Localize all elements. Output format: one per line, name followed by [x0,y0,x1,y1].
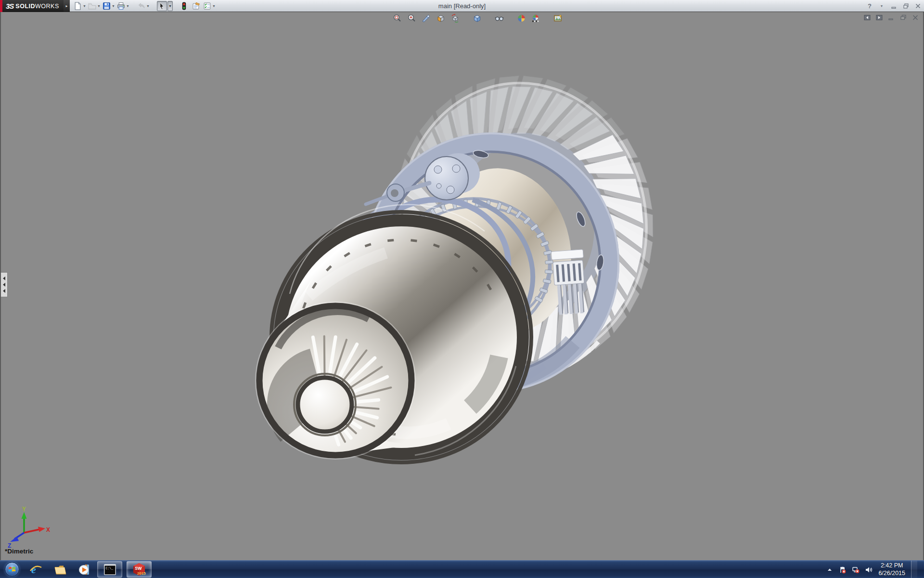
system-tray: 2:42 PM 6/26/2015 [825,561,917,578]
open-document-button[interactable] [88,1,97,11]
show-right-pane-button[interactable] [875,14,883,21]
internet-explorer-icon: e [29,563,42,576]
edit-appearance-button[interactable] [516,13,526,23]
save-icon [103,2,111,10]
folder-icon [54,563,67,576]
new-dropdown[interactable]: ▼ [82,1,87,11]
display-style-button[interactable] [472,13,482,23]
zoom-to-area-button[interactable] [406,13,417,23]
sw-badge: 2015 [137,571,146,576]
command-prompt-icon: C:\_ [103,564,116,576]
windows-taskbar: e C:\_ SW 2015 [0,560,924,578]
minimize-doc-button[interactable] [887,14,895,21]
view-settings-icon [553,14,563,23]
show-hidden-icons-button[interactable] [825,565,834,574]
minimize-button[interactable] [890,2,898,10]
main-toolbar: ▼ ▼ ▼ ▼ ▼ ▼ ▼ [72,0,216,12]
zoom-to-area-icon [407,14,416,23]
dassault-3ds-mark: 3S [6,2,13,10]
options-icon [203,2,211,10]
window-controls: ? ▼ [866,0,922,12]
file-properties-button[interactable] [192,1,201,11]
taskbar-internet-explorer[interactable]: e [27,561,44,578]
print-button[interactable] [116,1,126,11]
help-button[interactable]: ? [866,2,873,10]
section-view-icon [422,14,431,23]
logo-text-solid: SOLID [15,3,35,10]
taskbar-media-player[interactable] [77,561,93,578]
view-orientation-button[interactable] [435,13,446,23]
undo-icon [137,2,145,10]
eyelet-hole [391,189,398,197]
zoom-to-fit-icon [393,14,402,23]
view-settings-button[interactable] [552,13,563,23]
save-button[interactable] [102,1,111,11]
open-dropdown[interactable]: ▼ [97,1,101,11]
new-document-icon [74,2,82,10]
start-button[interactable] [5,562,19,577]
collapse-arrow-icon [3,289,5,293]
apply-scene-button[interactable] [530,13,541,23]
hide-show-items-button[interactable] [494,13,504,23]
taskbar-windows-explorer[interactable] [52,561,68,578]
stoplight-icon [180,2,188,10]
network-status-icon[interactable] [851,565,860,574]
apply-scene-icon [531,14,540,23]
action-center-icon[interactable] [838,565,847,574]
select-dropdown[interactable]: ▼ [167,1,173,11]
triad-x-label: X [46,526,50,533]
show-desktop-button[interactable] [911,561,917,578]
windows-flag-icon [8,565,16,574]
taskbar-solidworks[interactable]: SW 2015 [127,561,152,578]
zoom-to-fit-button[interactable] [392,13,402,23]
section-view-button[interactable] [421,13,431,23]
window-title: main [Read-only] [438,0,486,12]
menu-expand-arrow[interactable]: ▸ [64,0,70,12]
restore-doc-button[interactable] [899,14,907,21]
undo-dropdown[interactable]: ▼ [146,1,150,11]
triad-z-label: Z [8,542,11,548]
taskbar-clock[interactable]: 2:42 PM 6/26/2015 [878,562,905,577]
undo-button[interactable] [137,1,146,11]
view-orientation-icon [436,14,445,23]
reference-triad: Y X Z [4,506,52,548]
print-dropdown[interactable]: ▼ [126,1,130,11]
open-document-icon [88,2,96,10]
restore-button[interactable] [902,2,910,10]
new-document-button[interactable] [73,1,82,11]
options-button[interactable] [203,1,212,11]
document-window-controls [863,14,919,21]
select-tool-button[interactable] [157,1,167,11]
rotate-view-button[interactable] [449,13,460,23]
select-cursor-icon [158,2,166,10]
graphics-viewport[interactable]: Y X Z *Dimetric [0,12,924,560]
jet-engine-model [1,12,924,560]
file-properties-icon [192,2,200,10]
media-player-icon [78,563,91,576]
help-dropdown[interactable]: ▼ [878,2,886,10]
edit-appearance-icon [517,14,526,23]
collapse-arrow-icon [3,283,5,287]
rotate-view-icon [450,14,460,23]
cone-mouth [256,302,415,459]
logo-text-works: WORKS [35,3,59,10]
cmd-label: C:\_ [105,567,113,570]
close-doc-button[interactable] [911,14,919,21]
volume-icon[interactable] [864,565,873,574]
options-dropdown[interactable]: ▼ [212,1,216,11]
close-button[interactable] [914,2,922,10]
print-icon [117,2,125,10]
solidworks-2015-icon: SW 2015 [132,562,146,577]
stoplight-button[interactable] [180,1,189,11]
headsup-view-toolbar [392,13,567,23]
show-left-pane-button[interactable] [863,14,871,21]
save-dropdown[interactable]: ▼ [111,1,116,11]
view-orientation-label: *Dimetric [5,548,33,555]
titlebar: 3S SOLIDWORKS ▸ ▼ ▼ ▼ ▼ ▼ ▼ ▼ main [0,0,924,12]
triad-y-label: Y [22,506,26,512]
feature-tree-collapsed-tab[interactable] [1,272,8,297]
spinner-hub [298,378,352,432]
logo-red-stripe [0,0,2,12]
display-style-icon [473,14,482,23]
taskbar-command-prompt[interactable]: C:\_ [97,561,122,578]
